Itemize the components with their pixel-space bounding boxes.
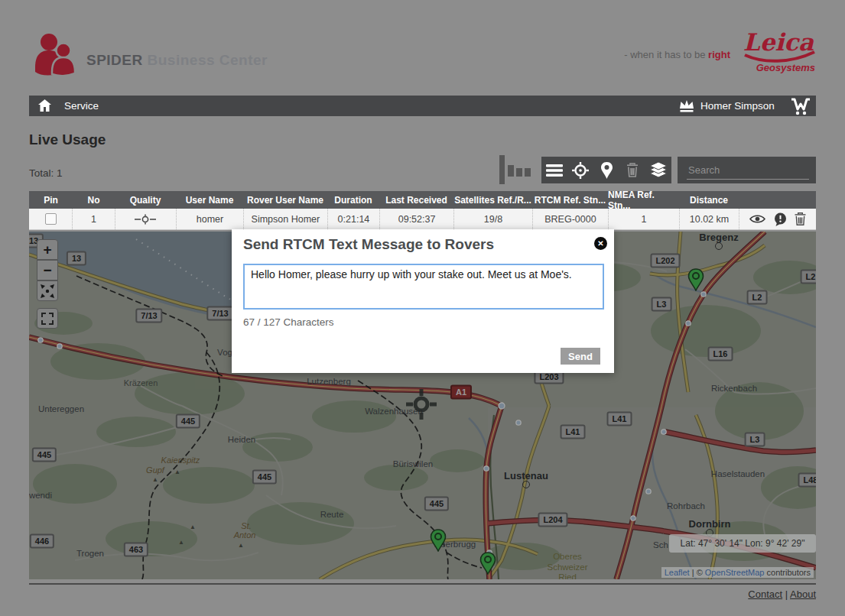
- road-badge: 463: [124, 543, 148, 557]
- cart-icon[interactable]: [789, 97, 812, 118]
- road-badge: 445: [176, 414, 200, 429]
- target-icon[interactable]: [569, 160, 592, 181]
- search-box: [678, 157, 816, 183]
- user-menu[interactable]: Homer Simpson: [700, 100, 775, 112]
- contact-link[interactable]: Contact: [748, 588, 782, 600]
- map-label: Oberes: [553, 552, 582, 561]
- map-toolbar: [541, 157, 671, 183]
- map-zoom-controls: + −: [37, 239, 60, 301]
- map-label: Lustenau: [504, 470, 548, 481]
- rover-pin[interactable]: [479, 552, 496, 578]
- col-no[interactable]: No: [73, 191, 115, 209]
- road-badge: 446: [30, 534, 54, 549]
- col-nmea-ref[interactable]: NMEA Ref. Stn...: [608, 191, 679, 209]
- map-label: ▲: [190, 524, 196, 530]
- map-label: Rickenbach: [711, 384, 757, 393]
- close-icon[interactable]: ✕: [594, 237, 607, 250]
- col-quality[interactable]: Quality: [115, 191, 176, 209]
- map-label: Gupf: [146, 465, 164, 475]
- eye-icon[interactable]: [749, 214, 765, 224]
- col-rover-user-name[interactable]: Rover User Name: [243, 191, 327, 209]
- col-duration[interactable]: Duration: [327, 191, 379, 209]
- road-badge: 445: [424, 497, 449, 511]
- leica-wordmark: Leica: [743, 28, 814, 56]
- footer-divider: [29, 583, 816, 585]
- row-duration: 0:21:14: [327, 209, 379, 229]
- osm-link[interactable]: OpenStreetMap: [705, 568, 765, 577]
- map-label: Bregenz: [699, 232, 738, 243]
- map-label: ▲: [238, 542, 244, 549]
- col-distance[interactable]: Distance: [679, 191, 739, 209]
- send-button[interactable]: Send: [561, 348, 600, 365]
- city-marker: [522, 481, 530, 488]
- map-label: Büriswilen: [393, 459, 433, 468]
- col-actions: [739, 191, 816, 209]
- road-badge: L48: [798, 473, 816, 488]
- total-count: Total: 1: [29, 167, 63, 179]
- marker-icon[interactable]: [595, 160, 618, 181]
- map-label: Rohrbach: [667, 501, 705, 511]
- road-badge: L204: [538, 513, 567, 527]
- latlon-readout: Lat: 47° 30' 14" Lon: 9° 42' 29": [669, 534, 816, 553]
- table-row: 1 homer Simpson Homer 0:21:14 09:52:37 1…: [29, 209, 816, 230]
- col-satellites[interactable]: Satellites Ref./R...: [453, 191, 532, 209]
- row-nmea-ref: 1: [608, 209, 679, 229]
- page-title: Live Usage: [29, 131, 106, 148]
- map-label: Haselstauden: [711, 469, 765, 478]
- road-badge: L202: [650, 254, 680, 268]
- map-label: Sch: [653, 540, 668, 550]
- trash-icon[interactable]: [795, 212, 806, 225]
- map-label: Kaienspitz: [161, 456, 200, 465]
- trash-icon[interactable]: [621, 160, 644, 181]
- crown-icon: [678, 99, 696, 116]
- row-distance: 10.02 km: [679, 209, 739, 229]
- road-badge: 7/13: [135, 309, 162, 323]
- road-badge: L2: [747, 290, 768, 305]
- about-link[interactable]: About: [790, 588, 816, 600]
- zoom-in-button[interactable]: +: [37, 239, 58, 260]
- layers-icon[interactable]: [647, 160, 670, 181]
- road-badge: L2: [801, 270, 816, 284]
- nav-item-service[interactable]: Service: [64, 100, 99, 112]
- row-rtcm-ref: BREG-0000: [532, 209, 608, 229]
- map-label: schwendi: [29, 491, 52, 500]
- box-select-control: [37, 308, 58, 329]
- map-label: Heiden: [228, 435, 255, 444]
- row-satellites: 19/8: [453, 209, 532, 229]
- col-user-name[interactable]: User Name: [176, 191, 243, 209]
- road-badge: L3: [745, 433, 765, 447]
- map-label: ▲: [178, 539, 184, 546]
- leaflet-link[interactable]: Leaflet: [665, 568, 690, 577]
- modal-title: Send RTCM Text Message to Rovers: [243, 236, 494, 253]
- message-icon[interactable]: [773, 212, 787, 226]
- menu-icon[interactable]: [543, 160, 566, 181]
- reference-station-marker[interactable]: [406, 389, 437, 423]
- fit-extent-button[interactable]: [37, 280, 58, 301]
- row-checkbox[interactable]: [45, 213, 57, 225]
- road-badge: 445: [32, 448, 57, 462]
- box-select-button[interactable]: [37, 308, 58, 329]
- search-input[interactable]: [687, 160, 809, 180]
- col-last-received[interactable]: Last Received: [379, 191, 453, 209]
- message-textarea[interactable]: Hello Homer, please hurry up with your s…: [243, 264, 604, 310]
- footer-links: Contact | About: [748, 588, 816, 600]
- rover-pin[interactable]: [687, 268, 704, 294]
- zoom-out-button[interactable]: −: [37, 260, 58, 280]
- send-rtcm-modal: Send RTCM Text Message to Rovers ✕ Hello…: [232, 229, 614, 373]
- col-rtcm-ref[interactable]: RTCM Ref. Stn...: [532, 191, 608, 209]
- road-badge: L41: [561, 425, 586, 439]
- row-no: 1: [72, 209, 114, 229]
- map-label: Untereggen: [38, 404, 84, 413]
- map-label: St.: [241, 521, 251, 530]
- map-label: Reute: [320, 510, 344, 519]
- road-badge: 445: [252, 470, 277, 485]
- brand-tagline: - when it has to be right: [0, 49, 730, 60]
- rover-pin[interactable]: [430, 529, 447, 555]
- col-pin[interactable]: Pin: [29, 191, 73, 209]
- road-badge: 13: [67, 251, 86, 266]
- quality-icon: [115, 209, 176, 229]
- home-icon[interactable]: [38, 99, 51, 115]
- map-label: Anton: [234, 530, 256, 540]
- usage-chart-icon[interactable]: [499, 155, 535, 189]
- map-label: Schweizer: [547, 563, 587, 572]
